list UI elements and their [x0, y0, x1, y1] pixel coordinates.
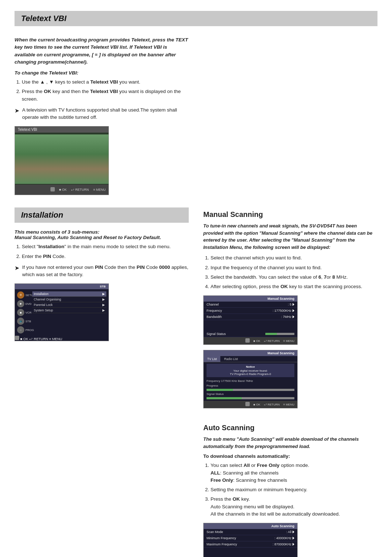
- scan-menu-1-footer: ■ OK ⮐ RETURN ≡ MENU: [204, 337, 297, 344]
- channel-val: : 5: [288, 303, 294, 306]
- progress-label: Progress: [204, 383, 297, 388]
- max-freq-label: Maximum Frequency: [207, 542, 237, 546]
- sidebar-icons: ⚙ SETUP ▶ DVD ⏺ VCR 📺 STB: [17, 291, 30, 334]
- signal-fill-2: [207, 397, 242, 399]
- teletext-left-col: When the current broadcasting program pr…: [15, 36, 189, 200]
- signal-bar-right: [265, 333, 294, 335]
- frequency-label: Frequency: [207, 309, 222, 312]
- scan-row-channel: Channel : 5: [204, 302, 297, 308]
- teletext-title: Teletext VBI: [21, 14, 371, 23]
- setup-row-parental: Parental Lock ▶: [32, 302, 106, 308]
- setup-menu-items: Installation ▶ Channel Organising ▶ Pare…: [32, 291, 106, 334]
- scan2-footer-menu: ≡ MENU: [283, 403, 294, 406]
- installation-header: Installation: [15, 207, 189, 223]
- installation-note: ➤ If you have not entered your own PIN C…: [15, 264, 189, 279]
- notice-box: Notice Your digital receiver found:TV Pr…: [207, 364, 294, 377]
- icon-dvd: ▶ DVD: [17, 300, 30, 307]
- manual-scanning-intro: To tune-in new channels and weak signals…: [203, 222, 377, 251]
- auto-scan-row-max: Maximum Frequency : 870000KHz: [204, 541, 297, 548]
- scan-row-frequency: Frequency : 177500KHz: [204, 308, 297, 314]
- stb-badge: STB: [15, 284, 109, 289]
- installation-step-1: Select "Installation" in the main menu m…: [22, 243, 189, 250]
- bw-arrow-icon: [293, 315, 294, 318]
- tv-list-tab[interactable]: TV List: [204, 356, 220, 362]
- scan-menu-1-title: Manual Scanning: [204, 296, 297, 302]
- auto-scanning-intro: The sub menu "Auto Scanning" will enable…: [203, 436, 377, 450]
- scan2-footer-return: ⮐ RETURN: [264, 403, 280, 406]
- installation-section: Installation This menu consists of 3 sub…: [15, 207, 189, 413]
- tv-content: [15, 134, 109, 184]
- setup-row-channel: Channel Organising ▶: [32, 297, 106, 302]
- teletext-right-col: [203, 36, 377, 200]
- icon-prog: ○ PROG: [17, 326, 30, 334]
- teletext-screenshot: Teletext VBI ■ OK ⮐ RETURN ≡ MENU: [15, 126, 109, 195]
- channel-label: Channel: [207, 303, 219, 306]
- auto-scan-menu: Auto Scanning Scan Mode : All Minimum Fr…: [203, 523, 298, 557]
- scan-signal-row: Signal Status: [204, 331, 297, 337]
- manual-step-4: After selecting option, press the OK key…: [211, 283, 377, 290]
- auto-scanning-left-spacer: [15, 421, 189, 557]
- auto-scanning-steps: You can select All or Free Only option m…: [211, 462, 377, 518]
- parental-arrow: ▶: [102, 303, 105, 307]
- auto-scanning-title: Auto Scanning: [203, 424, 377, 432]
- signal-fill: [265, 333, 277, 335]
- channel-arrow: ▶: [102, 298, 105, 301]
- installation-step-2: Enter the PIN Code.: [22, 253, 189, 260]
- teletext-step-2: Press the OK key and then the Teletext V…: [22, 88, 189, 103]
- frequency-val: : 177500KHz: [273, 309, 294, 312]
- manual-step-2: Input the frequency of the channel you w…: [211, 264, 377, 271]
- scan2-footer-ok: ■ OK: [253, 403, 260, 406]
- auto-scanning-section: Auto Scanning The sub menu "Auto Scannin…: [203, 421, 377, 557]
- channel-organising-item: Channel Organising: [34, 298, 61, 301]
- prog-icon: ○: [17, 326, 24, 334]
- max-arrow: [293, 543, 294, 546]
- bandwidth-val: : 7MHz: [281, 315, 294, 319]
- dvd-icon: ▶: [17, 300, 24, 307]
- scan-footer-ok: ■ OK: [253, 339, 260, 343]
- tv-footer: ■ OK ⮐ RETURN ≡ MENU: [15, 185, 109, 195]
- teletext-section: Teletext VBI When the current broadcasti…: [15, 11, 377, 200]
- scan-footer-icon: [245, 338, 250, 343]
- manual-scanning-steps: Select the channel which you want to fin…: [211, 254, 377, 290]
- scan2-footer-icon: [245, 402, 250, 407]
- installation-note-text: If you have not entered your own PIN Cod…: [22, 264, 189, 279]
- scan-row-bandwidth: Bandwidth : 7MHz: [204, 314, 297, 320]
- setup-row-installation: Installation ▶: [32, 291, 106, 297]
- teletext-header: Teletext VBI: [15, 11, 377, 26]
- notice-text: Your digital receiver found:TV Program-0…: [209, 369, 292, 376]
- footer-icon-1: [50, 187, 55, 192]
- footer-return: ⮐ RETURN: [71, 188, 89, 191]
- setup-menu-screenshot: STB ⚙ SETUP ▶ DVD ⏺ VCR: [15, 283, 109, 341]
- footer-menu: ≡ MENU: [93, 188, 106, 191]
- icon-setup: ⚙ SETUP: [17, 291, 30, 299]
- footer-icon: [15, 337, 19, 341]
- manual-scan-menu-2: Manual Scanning TV List Radio List Notic…: [203, 350, 298, 408]
- freq-info: Frequency 177500 KHz Band 7MHz: [204, 379, 297, 383]
- note-arrow-icon: ➤: [15, 106, 19, 115]
- footer-ok: ■ OK: [59, 188, 67, 191]
- teletext-note-text: A television with TV functions supported…: [22, 106, 189, 121]
- freq-arrow-icon: [293, 309, 294, 312]
- auto-scan-title: Auto Scanning: [204, 523, 297, 529]
- scan-menu-2-title: Manual Scanning: [204, 350, 297, 356]
- installation-note-arrow: ➤: [15, 264, 19, 273]
- auto-step-2: Setting the maximum or minimum frequency…: [211, 486, 377, 493]
- bandwidth-label: Bandwidth: [207, 315, 222, 319]
- manual-step-3: Select the bandwidth. You can select the…: [211, 274, 377, 281]
- teletext-intro-text: When the current broadcasting program pr…: [15, 36, 189, 66]
- stb-label: STB: [25, 320, 31, 323]
- radio-list-tab[interactable]: Radio List: [220, 356, 241, 362]
- setup-row-system: System Setup ▶: [32, 308, 106, 313]
- vcr-icon: ⏺: [17, 309, 24, 316]
- auto-scan-row-mode: Scan Mode : All: [204, 529, 297, 535]
- scan-footer-return: ⮐ RETURN: [264, 339, 280, 343]
- installation-arrow: ▶: [102, 292, 105, 296]
- installation-menu-item: Installation: [34, 292, 49, 296]
- icon-stb: 📺 STB: [17, 318, 30, 325]
- footer-return-label: ⮐ RETURN: [29, 337, 48, 341]
- auto-step-1: You can select All or Free Only option m…: [211, 462, 377, 484]
- teletext-subsection-title: To change the Teletext VBI:: [15, 70, 189, 76]
- manual-scan-menu-1: Manual Scanning Channel : 5 Frequency : …: [203, 295, 298, 345]
- teletext-note: ➤ A television with TV functions support…: [15, 106, 189, 121]
- system-arrow: ▶: [102, 308, 105, 312]
